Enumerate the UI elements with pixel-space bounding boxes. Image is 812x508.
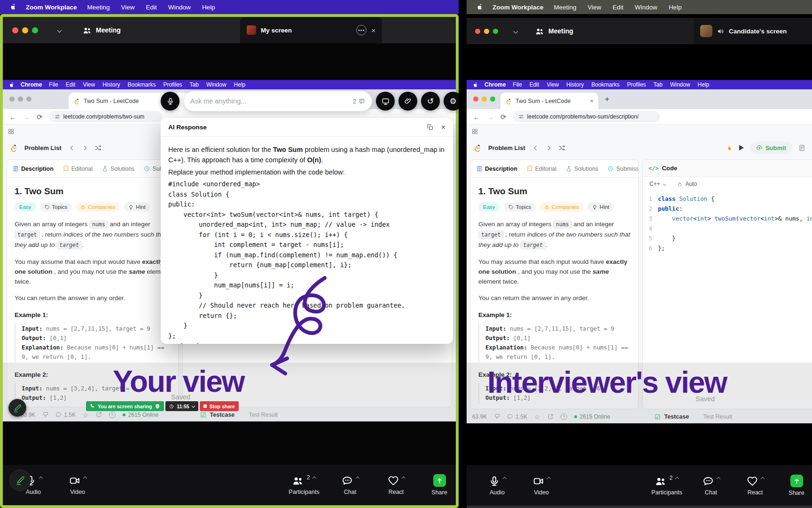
topics-badge[interactable]: Topics	[40, 202, 72, 212]
difficulty-badge[interactable]: Easy	[478, 202, 500, 212]
address-bar[interactable]: leetcode.com/problems/two-sum	[49, 111, 162, 122]
annotation-toolbar-button[interactable]	[9, 469, 31, 491]
prev-problem-icon[interactable]	[534, 145, 539, 150]
participants-control[interactable]: 2 Participants	[648, 476, 685, 496]
topics-badge[interactable]: Topics	[504, 202, 536, 212]
thumb-down-icon[interactable]	[494, 413, 500, 420]
companies-badge[interactable]: Companies	[76, 202, 120, 212]
chrome-app-menu[interactable]: Chrome	[21, 81, 42, 88]
shuffle-icon[interactable]	[94, 144, 102, 151]
menu-item[interactable]: Window	[670, 81, 690, 88]
comments-count[interactable]: 1.5K	[55, 412, 76, 418]
menu-item[interactable]: History	[102, 81, 120, 88]
close-icon[interactable]: ×	[441, 123, 445, 132]
tab-description[interactable]: Description	[476, 166, 517, 172]
stop-share-button[interactable]: Stop share	[200, 401, 239, 411]
menu-item[interactable]: Meeting	[554, 4, 577, 11]
next-problem-icon[interactable]	[82, 145, 86, 150]
audio-options-chevron[interactable]	[502, 476, 506, 480]
new-tab-button[interactable]: +	[605, 95, 609, 104]
code-editor[interactable]: 1class Solution {2public:3 vector<int> t…	[643, 191, 812, 256]
apple-menu-icon[interactable]	[472, 82, 477, 88]
annotation-pencil-button[interactable]	[8, 399, 26, 417]
settings-button[interactable]: ⚙	[444, 92, 459, 111]
minimize-window-button[interactable]	[484, 29, 489, 34]
menu-item[interactable]: Bookmarks	[128, 81, 156, 88]
apple-menu-icon[interactable]	[476, 3, 482, 11]
chat-chevron[interactable]	[716, 476, 720, 480]
star-icon[interactable]: ☆	[534, 413, 540, 421]
menu-item[interactable]: Edit	[530, 81, 539, 88]
tab-editorial[interactable]: Editorial	[63, 166, 93, 172]
star-icon[interactable]: ☆	[83, 411, 89, 419]
leetcode-logo[interactable]	[9, 143, 18, 152]
video-options-chevron[interactable]	[83, 476, 86, 480]
notes-icon[interactable]	[798, 144, 805, 151]
video-options-chevron[interactable]	[547, 476, 550, 480]
apps-grid-icon[interactable]	[8, 128, 15, 135]
chat-chevron[interactable]	[355, 476, 359, 480]
menu-item[interactable]: Help	[202, 4, 215, 11]
companies-badge[interactable]: Companies	[539, 202, 584, 212]
share-control[interactable]: Share	[421, 474, 458, 496]
run-button[interactable]	[739, 145, 744, 151]
chevron-down-icon[interactable]	[57, 28, 62, 32]
history-button[interactable]: ↺	[421, 92, 440, 111]
comments-count[interactable]: 1.5K	[507, 413, 527, 420]
chrome-window-controls[interactable]	[473, 96, 495, 102]
forward-icon[interactable]: →	[487, 113, 494, 120]
chevron-down-icon[interactable]	[514, 29, 518, 33]
share-export-icon[interactable]	[96, 412, 102, 418]
prev-problem-icon[interactable]	[70, 145, 75, 150]
chrome-window-controls[interactable]	[9, 96, 31, 102]
menu-item[interactable]: Window	[635, 4, 657, 11]
problem-list-button[interactable]: Problem List	[488, 144, 525, 151]
apps-grid-icon[interactable]	[471, 128, 478, 135]
window-controls[interactable]	[12, 27, 38, 33]
menu-item[interactable]: Window	[206, 81, 226, 88]
app-menu[interactable]: Zoom Workplace	[492, 4, 544, 11]
chrome-app-menu[interactable]: Chrome	[484, 81, 506, 88]
language-chevron[interactable]	[663, 182, 666, 185]
menu-item[interactable]: Meeting	[87, 4, 110, 11]
likes-count[interactable]: 63.9K	[472, 413, 487, 420]
submit-button[interactable]: Submit	[750, 142, 792, 154]
share-export-icon[interactable]	[547, 413, 554, 420]
menu-item[interactable]: Tab	[190, 81, 199, 88]
apple-menu-icon[interactable]	[9, 3, 16, 11]
hint-badge[interactable]: Hint	[124, 202, 150, 212]
window-controls[interactable]	[475, 29, 498, 34]
apple-menu-icon[interactable]	[8, 82, 14, 88]
close-window-button[interactable]	[12, 27, 18, 33]
menu-item[interactable]: View	[83, 81, 95, 88]
streak-flame-icon[interactable]	[726, 144, 733, 151]
tab-submissions[interactable]: Submissions	[608, 166, 639, 172]
minimize-window-button[interactable]	[22, 27, 28, 33]
tab-testcase[interactable]: Testcase	[210, 412, 235, 418]
menu-item[interactable]: File	[49, 81, 58, 88]
thumb-down-icon[interactable]	[42, 412, 48, 418]
language-select[interactable]: C++	[649, 181, 660, 187]
menu-item[interactable]: Tab	[654, 81, 663, 88]
menu-item[interactable]: Edit	[66, 81, 76, 88]
hint-badge[interactable]: Hint	[587, 202, 614, 212]
tab-testcase[interactable]: Testcase	[664, 413, 689, 420]
screen-capture-button[interactable]	[376, 92, 395, 111]
react-control[interactable]: React	[378, 475, 414, 495]
menu-item[interactable]: View	[121, 4, 135, 11]
participants-chevron[interactable]	[312, 476, 316, 480]
shuffle-icon[interactable]	[558, 144, 565, 151]
menu-item[interactable]: Edit	[613, 4, 624, 11]
menu-item[interactable]: Bookmarks	[592, 81, 620, 88]
tab-solutions[interactable]: Solutions	[566, 166, 598, 172]
participants-chevron[interactable]	[675, 476, 679, 480]
menu-item[interactable]: Help	[669, 4, 682, 11]
tab-meeting[interactable]: Meeting	[535, 27, 573, 36]
close-tab-icon[interactable]: ×	[590, 97, 593, 104]
help-icon[interactable]: ?	[109, 412, 116, 418]
close-window-button[interactable]	[475, 29, 480, 34]
share-control[interactable]: Share	[778, 475, 812, 496]
tab-editorial[interactable]: Editorial	[527, 166, 556, 172]
reload-icon[interactable]: ⟳	[37, 113, 43, 120]
mic-button[interactable]	[161, 92, 180, 111]
